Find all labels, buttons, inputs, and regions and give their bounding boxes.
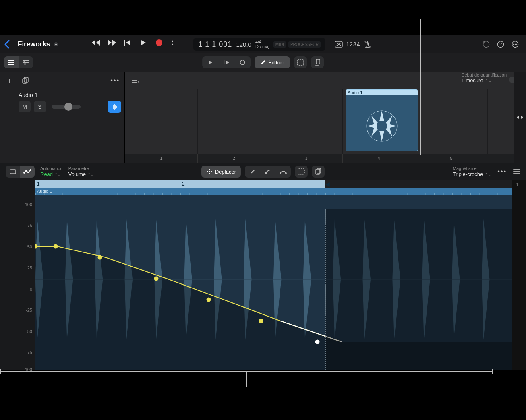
svg-rect-28 (224, 60, 224, 64)
chevron-down-icon[interactable] (53, 42, 59, 46)
svg-rect-15 (12, 60, 14, 61)
count-in-display[interactable]: 1234 (349, 40, 358, 49)
automation-view-icon[interactable] (20, 166, 35, 178)
move-tool-label: Déplacer (215, 169, 236, 175)
automation-node[interactable] (207, 298, 211, 302)
main-toolbar: Fireworks 1 1 1 001 120,0 4/4 Do maj MID… (0, 35, 526, 53)
volume-slider[interactable] (52, 105, 81, 109)
edit-mode-button[interactable]: Édition (255, 56, 290, 68)
automation-canvas[interactable]: ▶ 1 2 ◀ Audio 1 (35, 180, 512, 370)
play-selection-icon[interactable] (218, 56, 234, 68)
editor-region-header[interactable]: Audio 1 (35, 188, 512, 195)
brush-tool-icon[interactable] (260, 166, 275, 178)
record-button[interactable] (155, 39, 166, 50)
editor-toolbar: Automation Read⌃⌄ Paramètre Volume⌃⌄ Dép… (0, 163, 526, 180)
playback-mode-segment[interactable] (202, 56, 251, 68)
ruler-tick: 1 (125, 154, 197, 163)
editor-marquee-icon[interactable] (295, 166, 308, 178)
arrange-timeline[interactable]: R Début de quantification 1 mesure⌃⌄ Aud… (125, 72, 526, 163)
callout-tick (492, 369, 493, 374)
loop-end-marker[interactable]: ◀ (325, 181, 330, 187)
automation-out-of-loop-overlay (325, 209, 512, 370)
svg-rect-30 (297, 60, 304, 65)
play-button[interactable] (139, 39, 150, 50)
region-view-icon[interactable] (6, 166, 20, 178)
add-track-button[interactable]: ＋ (5, 74, 14, 87)
svg-rect-1 (124, 40, 125, 46)
svg-point-2 (156, 39, 162, 46)
help-icon[interactable]: ? (496, 40, 505, 49)
replace-mode-icon[interactable] (334, 40, 343, 49)
mixer-view-icon[interactable] (19, 56, 33, 68)
arrange-canvas[interactable]: Audio 1 (125, 89, 526, 154)
ruler-tick: 4 (342, 154, 415, 163)
curve-tool-icon[interactable] (275, 166, 291, 178)
list-filter-icon[interactable]: R (130, 76, 139, 85)
record-loop-icon[interactable] (234, 56, 251, 68)
volume-knob[interactable] (64, 103, 72, 111)
automation-node[interactable] (259, 319, 263, 323)
svg-point-51 (30, 169, 31, 171)
svg-text:R: R (138, 80, 139, 83)
fast-forward-button[interactable] (107, 39, 118, 50)
view-mode-segment[interactable] (4, 56, 33, 68)
metronome-icon[interactable] (363, 40, 372, 49)
automation-node[interactable] (54, 244, 58, 249)
horizontal-scroll-icon[interactable] (516, 115, 524, 120)
svg-point-55 (285, 172, 287, 174)
svg-point-54 (280, 172, 281, 174)
audio-clip[interactable]: Audio 1 (346, 89, 418, 151)
grid-view-icon[interactable] (4, 56, 19, 68)
automation-mode-control[interactable]: Automation Read⌃⌄ (40, 166, 63, 178)
lcd-pill-processor: PROCESSEUR (288, 41, 321, 48)
editor-options-icon[interactable]: ••• (497, 168, 507, 175)
back-button[interactable] (4, 40, 15, 49)
undo-history-icon[interactable] (482, 40, 491, 49)
editor-ruler-tick: 4 (512, 180, 526, 188)
cycle-button[interactable] (172, 39, 182, 50)
lcd-signature: 4/4 Do maj (255, 40, 269, 49)
lcd-display[interactable]: 1 1 1 001 120,0 4/4 Do maj MIDI PROCESSE… (193, 38, 325, 51)
svg-point-48 (23, 172, 25, 174)
svg-rect-56 (298, 169, 304, 174)
view-toolbar: Édition (0, 53, 526, 72)
move-tool-button[interactable]: Déplacer (201, 166, 241, 178)
editor-view-segment[interactable] (6, 166, 35, 178)
play-icon[interactable] (202, 56, 218, 68)
svg-point-10 (513, 44, 514, 45)
clipboard-icon[interactable] (311, 56, 324, 68)
pencil-tool-icon[interactable] (245, 166, 260, 178)
solo-button[interactable]: S (34, 101, 46, 112)
automation-node[interactable] (98, 255, 102, 260)
track-area: ＋ ••• Audio 1 M S 1 R Début de quantific… (0, 72, 526, 163)
callout-vertical-line (420, 19, 421, 155)
track-options-icon[interactable]: ••• (110, 77, 120, 84)
marquee-icon[interactable] (294, 56, 307, 68)
svg-rect-47 (10, 170, 16, 174)
snap-control[interactable]: Magnétisme Triple-croche⌃⌄ (453, 166, 491, 178)
duplicate-track-icon[interactable] (21, 76, 30, 85)
project-title[interactable]: Fireworks (18, 40, 50, 48)
editor-ruler-tick: 1 (35, 180, 180, 188)
more-menu-icon[interactable] (511, 40, 520, 49)
automation-parameter-control[interactable]: Paramètre Volume⌃⌄ (68, 166, 94, 178)
input-monitor-button[interactable] (108, 101, 121, 113)
track-header-row[interactable]: Audio 1 M S (0, 89, 124, 113)
track-name-label: Audio 1 (19, 92, 121, 98)
svg-rect-17 (10, 62, 12, 63)
mute-button[interactable]: M (19, 101, 31, 112)
editor-clipboard-icon[interactable] (312, 166, 325, 178)
automation-tool-segment[interactable] (245, 166, 291, 178)
rewind-button[interactable] (91, 39, 101, 50)
clip-name-label: Audio 1 (346, 90, 418, 95)
automation-node-selected[interactable] (315, 340, 320, 344)
automation-waveform-area[interactable] (35, 195, 512, 370)
timeline-ruler[interactable]: 1 2 3 4 5 (125, 154, 526, 163)
editor-ruler[interactable]: ▶ 1 2 ◀ (35, 180, 512, 188)
quantization-control[interactable]: Début de quantification 1 mesure⌃⌄ (461, 72, 507, 83)
editor-menu-icon[interactable] (513, 169, 520, 174)
automation-node[interactable] (154, 277, 159, 281)
svg-rect-16 (8, 62, 10, 63)
automation-y-axis: 100 75 50 25 0 -25 -50 -75 -100 (0, 180, 35, 370)
skip-back-button[interactable] (123, 39, 134, 50)
